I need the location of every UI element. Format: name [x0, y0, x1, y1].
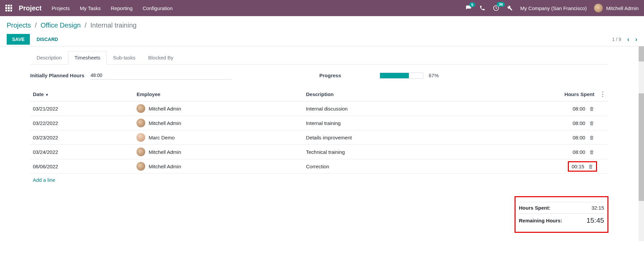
messages-icon[interactable]: 5 [465, 5, 472, 11]
delete-row-icon[interactable]: 🗑 [589, 120, 594, 126]
nav-reporting[interactable]: Reporting [111, 5, 132, 11]
pager-next[interactable]: › [635, 36, 637, 43]
employee-avatar [137, 104, 145, 113]
breadcrumb-task: Internal training [90, 22, 137, 29]
pager-prev[interactable]: ‹ [627, 36, 629, 43]
action-row: SAVE DISCARD 1 / 9 ‹ › [7, 34, 637, 45]
table-row[interactable]: 03/21/2022Mitchell AdminInternal discuss… [30, 101, 608, 116]
cell-description[interactable]: Technical training [303, 145, 477, 159]
discard-button[interactable]: DISCARD [37, 37, 58, 42]
activities-icon[interactable]: 38 [493, 5, 499, 11]
planned-hours-field: Initially Planned Hours 48:00 [30, 71, 319, 80]
sort-indicator-icon: ▼ [45, 93, 49, 97]
company-selector[interactable]: My Company (San Francisco) [520, 5, 587, 11]
cell-date[interactable]: 03/24/2022 [30, 145, 134, 159]
cell-employee[interactable]: Marc Demo [134, 130, 303, 145]
breadcrumb-projects[interactable]: Projects [7, 22, 31, 29]
user-avatar [594, 4, 603, 12]
employee-avatar [137, 162, 145, 171]
cell-description[interactable]: Correction [303, 159, 477, 174]
planned-hours-label: Initially Planned Hours [30, 73, 91, 78]
col-employee[interactable]: Employee [134, 87, 303, 101]
tools-icon[interactable] [507, 5, 513, 11]
scrollbar-thumb[interactable] [639, 93, 644, 201]
messages-badge: 5 [469, 2, 475, 7]
cell-hours[interactable]: 08:00 🗑 [477, 145, 597, 159]
nav-projects[interactable]: Projects [52, 5, 70, 11]
tab-timesheets[interactable]: Timesheets [68, 51, 107, 64]
form-row: Initially Planned Hours 48:00 Progress 6… [30, 64, 608, 84]
table-row[interactable]: 06/06/2022Mitchell AdminCorrection00:15 … [30, 159, 608, 174]
delete-row-icon[interactable]: 🗑 [588, 164, 593, 169]
user-name: Mitchell Admin [606, 5, 639, 11]
cell-hours[interactable]: 08:00 🗑 [477, 130, 597, 145]
delete-row-icon[interactable]: 🗑 [589, 106, 594, 112]
cell-date[interactable]: 03/23/2022 [30, 130, 134, 145]
progress-fill [380, 73, 409, 78]
scroll-up-icon[interactable] [639, 46, 644, 61]
planned-hours-value[interactable]: 48:00 [91, 71, 231, 80]
col-hours[interactable]: Hours Spent [477, 87, 597, 101]
cell-description[interactable]: Details improvement [303, 130, 477, 145]
progress-percent: 67% [429, 73, 439, 78]
breadcrumb: Projects / Office Design / Internal trai… [7, 22, 637, 29]
remaining-hours-label: Remaining Hours: [519, 218, 562, 223]
timesheet-table: Date▼ Employee Description Hours Spent ⋮… [30, 87, 608, 174]
tab-subtasks[interactable]: Sub-tasks [107, 51, 142, 64]
remaining-hours-value: 15:45 [586, 216, 604, 224]
progress-field: Progress 67% [319, 73, 608, 79]
cell-employee[interactable]: Mitchell Admin [134, 159, 303, 174]
vertical-scrollbar[interactable] [639, 46, 644, 241]
breadcrumb-project[interactable]: Office Design [41, 22, 81, 29]
cell-hours[interactable]: 08:00 🗑 [477, 116, 597, 130]
employee-name: Mitchell Admin [149, 120, 181, 126]
totals-box: Hours Spent: 32:15 Remaining Hours: 15:4… [515, 196, 608, 233]
cell-employee[interactable]: Mitchell Admin [134, 101, 303, 116]
col-description[interactable]: Description [303, 87, 477, 101]
progress-bar [380, 73, 423, 79]
app-brand[interactable]: Project [19, 4, 42, 12]
cell-employee[interactable]: Mitchell Admin [134, 145, 303, 159]
cell-date[interactable]: 03/22/2022 [30, 116, 134, 130]
nav-menu: Projects My Tasks Reporting Configuratio… [52, 5, 173, 11]
cell-date[interactable]: 06/06/2022 [30, 159, 134, 174]
main-content: Description Timesheets Sub-tasks Blocked… [0, 46, 639, 241]
activities-badge: 38 [497, 2, 505, 7]
hours-spent-label: Hours Spent: [519, 205, 550, 211]
tab-blocked-by[interactable]: Blocked By [142, 51, 180, 64]
user-menu[interactable]: Mitchell Admin [594, 4, 639, 12]
pager: 1 / 9 ‹ › [612, 36, 637, 43]
employee-name: Mitchell Admin [149, 164, 181, 169]
employee-avatar [137, 147, 145, 156]
employee-name: Marc Demo [149, 135, 175, 140]
hours-spent-value: 32:15 [591, 205, 604, 211]
delete-row-icon[interactable]: 🗑 [589, 149, 594, 155]
table-row[interactable]: 03/24/2022Mitchell AdminTechnical traini… [30, 145, 608, 159]
cell-employee[interactable]: Mitchell Admin [134, 116, 303, 130]
employee-avatar [137, 119, 145, 127]
table-row[interactable]: 03/23/2022Marc DemoDetails improvement08… [30, 130, 608, 145]
employee-avatar [137, 133, 145, 142]
cell-description[interactable]: Internal discussion [303, 101, 477, 116]
nav-configuration[interactable]: Configuration [143, 5, 172, 11]
cell-description[interactable]: Internal training [303, 116, 477, 130]
progress-label: Progress [319, 73, 380, 78]
phone-icon[interactable] [479, 5, 485, 11]
tab-description[interactable]: Description [30, 51, 68, 64]
action-bar: Projects / Office Design / Internal trai… [0, 16, 644, 46]
tabs: Description Timesheets Sub-tasks Blocked… [30, 51, 608, 64]
topbar-right: 5 38 My Company (San Francisco) Mitchell… [465, 4, 639, 12]
delete-row-icon[interactable]: 🗑 [589, 135, 594, 140]
col-date[interactable]: Date▼ [30, 87, 134, 101]
add-line-button[interactable]: Add a line [30, 174, 58, 186]
nav-my-tasks[interactable]: My Tasks [80, 5, 101, 11]
cell-hours[interactable]: 00:15 🗑 [477, 159, 597, 174]
apps-icon[interactable] [5, 5, 12, 11]
cell-date[interactable]: 03/21/2022 [30, 101, 134, 116]
employee-name: Mitchell Admin [149, 149, 181, 155]
cell-hours[interactable]: 08:00 🗑 [477, 101, 597, 116]
topbar: Project Projects My Tasks Reporting Conf… [0, 0, 644, 16]
table-row[interactable]: 03/22/2022Mitchell AdminInternal trainin… [30, 116, 608, 130]
column-options-icon[interactable]: ⋮ [600, 91, 606, 97]
save-button[interactable]: SAVE [7, 34, 30, 45]
